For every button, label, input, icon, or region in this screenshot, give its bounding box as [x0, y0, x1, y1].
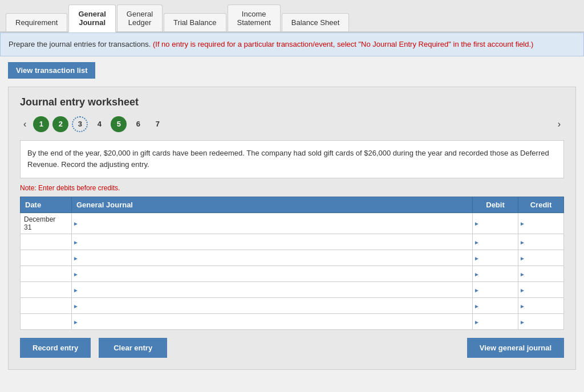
credit-input-1[interactable]	[525, 213, 563, 234]
debit-arrow-6: ►	[474, 303, 480, 309]
credit-cell-1[interactable]: ►	[518, 213, 564, 234]
next-page-button[interactable]: ›	[554, 118, 564, 130]
page-2[interactable]: 2	[52, 116, 68, 132]
debit-cell-6[interactable]: ►	[473, 298, 518, 314]
record-entry-button[interactable]: Record entry	[20, 338, 91, 358]
debit-input-6[interactable]	[480, 298, 518, 313]
journal-input-5[interactable]	[80, 282, 472, 297]
debit-input-5[interactable]	[480, 282, 518, 297]
arrow-icon-3: ►	[73, 255, 79, 261]
date-cell-7	[21, 314, 72, 330]
journal-cell-6[interactable]: ►	[72, 298, 473, 314]
journal-cell-7[interactable]: ►	[72, 314, 473, 330]
pagination: ‹ 1 2 3 4 5 6 7 ›	[20, 116, 564, 132]
tab-trial-balance[interactable]: Trial Balance	[164, 13, 226, 31]
debit-arrow-4: ►	[474, 271, 480, 277]
debit-arrow-5: ►	[474, 287, 480, 293]
journal-cell-5[interactable]: ►	[72, 282, 473, 298]
credit-input-6[interactable]	[525, 298, 563, 313]
debit-cell-5[interactable]: ►	[473, 282, 518, 298]
date-cell-3	[21, 250, 72, 266]
date-cell-2	[21, 234, 72, 250]
journal-cell-4[interactable]: ►	[72, 266, 473, 282]
debit-cell-2[interactable]: ►	[473, 234, 518, 250]
debit-arrow-1: ►	[474, 220, 480, 227]
date-cell-6	[21, 298, 72, 314]
journal-input-4[interactable]	[80, 266, 472, 281]
view-transaction-button[interactable]: View transaction list	[8, 62, 95, 79]
debit-cell-7[interactable]: ►	[473, 314, 518, 330]
debit-input-1[interactable]	[480, 213, 518, 234]
page-1[interactable]: 1	[33, 116, 49, 132]
arrow-icon-6: ►	[73, 303, 79, 309]
page-5[interactable]: 5	[111, 116, 127, 132]
credit-arrow-5: ►	[520, 287, 525, 293]
col-header-credit: Credit	[518, 197, 564, 213]
tab-balance-sheet[interactable]: Balance Sheet	[282, 13, 350, 31]
credit-arrow-2: ►	[520, 239, 525, 245]
date-cell-1: December31	[21, 213, 72, 234]
page-6[interactable]: 6	[130, 116, 146, 132]
debit-input-2[interactable]	[480, 234, 518, 250]
debit-cell-4[interactable]: ►	[473, 266, 518, 282]
journal-input-1[interactable]	[80, 213, 472, 234]
credit-arrow-7: ►	[520, 318, 525, 325]
journal-input-2[interactable]	[80, 234, 472, 250]
credit-arrow-6: ►	[520, 303, 525, 309]
credit-arrow-4: ►	[520, 271, 525, 277]
journal-table: Date General Journal Debit Credit Decemb…	[20, 197, 564, 330]
date-cell-5	[21, 282, 72, 298]
credit-input-2[interactable]	[525, 234, 563, 250]
tabs-bar: Requirement GeneralJournal GeneralLedger…	[0, 0, 584, 32]
bottom-buttons: Record entry Clear entry View general jo…	[20, 338, 564, 358]
arrow-icon-5: ►	[73, 287, 79, 293]
banner-black-text: Prepare the journal entries for transact…	[9, 40, 151, 48]
arrow-icon-4: ►	[73, 271, 79, 277]
col-header-debit: Debit	[473, 197, 518, 213]
credit-input-4[interactable]	[525, 266, 563, 281]
page-4[interactable]: 4	[91, 116, 107, 132]
clear-entry-button[interactable]: Clear entry	[99, 338, 167, 358]
journal-cell-1[interactable]: ►	[72, 213, 473, 234]
tab-requirement[interactable]: Requirement	[6, 13, 67, 31]
credit-input-3[interactable]	[525, 250, 563, 266]
arrow-icon-1: ►	[73, 220, 79, 227]
debit-arrow-2: ►	[474, 239, 480, 245]
credit-cell-7[interactable]: ►	[518, 314, 564, 330]
debit-cell-1[interactable]: ►	[473, 213, 518, 234]
tab-income-statement[interactable]: IncomeStatement	[228, 5, 281, 31]
debit-arrow-3: ►	[474, 255, 480, 261]
journal-cell-3[interactable]: ►	[72, 250, 473, 266]
journal-cell-2[interactable]: ►	[72, 234, 473, 250]
credit-cell-2[interactable]: ►	[518, 234, 564, 250]
table-row: ► ► ►	[21, 298, 564, 314]
date-cell-4	[21, 266, 72, 282]
table-row: ► ► ►	[21, 282, 564, 298]
tab-general-ledger[interactable]: GeneralLedger	[117, 5, 163, 31]
tab-general-journal[interactable]: GeneralJournal	[68, 5, 115, 32]
view-general-journal-button[interactable]: View general journal	[467, 338, 564, 358]
debit-arrow-7: ►	[474, 318, 480, 325]
journal-input-6[interactable]	[80, 298, 472, 313]
journal-input-3[interactable]	[80, 250, 472, 266]
credit-cell-5[interactable]: ►	[518, 282, 564, 298]
credit-cell-3[interactable]: ►	[518, 250, 564, 266]
debit-input-4[interactable]	[480, 266, 518, 281]
description-text: By the end of the year, $20,000 in gift …	[27, 149, 549, 169]
credit-input-5[interactable]	[525, 282, 563, 297]
debit-cell-3[interactable]: ►	[473, 250, 518, 266]
page-7[interactable]: 7	[149, 116, 165, 132]
credit-cell-6[interactable]: ►	[518, 298, 564, 314]
debit-input-7[interactable]	[480, 314, 518, 329]
page-3[interactable]: 3	[72, 116, 88, 132]
credit-cell-4[interactable]: ►	[518, 266, 564, 282]
debit-input-3[interactable]	[480, 250, 518, 266]
info-banner: Prepare the journal entries for transact…	[0, 32, 584, 56]
table-row: ► ► ►	[21, 250, 564, 266]
credit-input-7[interactable]	[525, 314, 563, 329]
prev-page-button[interactable]: ‹	[20, 118, 30, 130]
journal-input-7[interactable]	[80, 314, 472, 329]
arrow-icon-7: ►	[73, 318, 79, 325]
table-row: December31 ► ► ►	[21, 213, 564, 234]
worksheet-title: Journal entry worksheet	[20, 96, 564, 108]
